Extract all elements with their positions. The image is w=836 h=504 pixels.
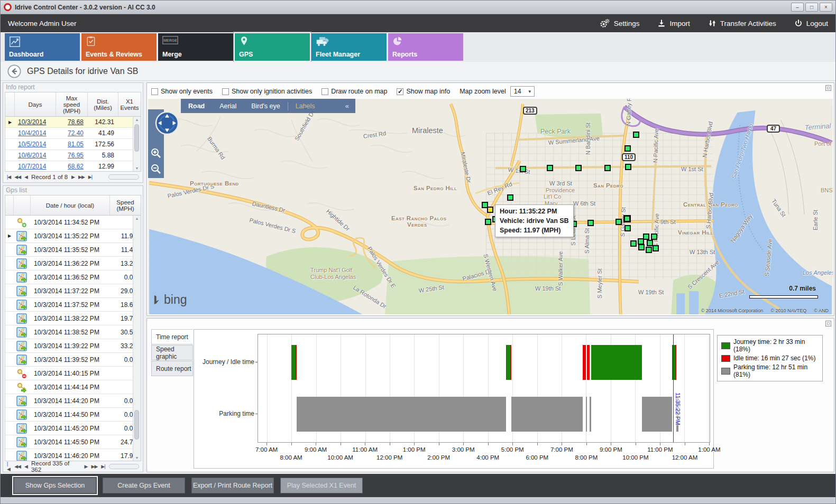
gps-row[interactable]: ▶10/3/2014 11:35:22 PM11.97 bbox=[5, 229, 141, 243]
gps-marker[interactable] bbox=[604, 165, 611, 171]
gps-row[interactable]: 10/3/2014 11:45:20 PM0.00 bbox=[5, 422, 141, 435]
timeline-plot[interactable]: 11:35:22 PM bbox=[258, 334, 710, 443]
pager-next-icon[interactable]: ▶ bbox=[71, 174, 75, 180]
pager-prev-icon[interactable]: |◀ bbox=[7, 461, 11, 472]
gps-row[interactable]: 10/3/2014 11:37:22 PM29.05 bbox=[5, 284, 141, 298]
column-header-days[interactable]: Days bbox=[15, 92, 56, 116]
column-header-datetime[interactable]: Date / hour (local) bbox=[31, 195, 110, 215]
column-header[interactable] bbox=[5, 195, 14, 215]
day-link[interactable]: 10/4/2014 bbox=[15, 129, 56, 137]
idle-bar[interactable] bbox=[296, 345, 297, 380]
map-option-checkbox[interactable]: Draw route on map bbox=[321, 88, 387, 95]
show-gps-selection-button[interactable]: Show Gps Selection bbox=[14, 478, 96, 493]
gps-row[interactable]: 10/3/2014 11:36:22 PM13.28 bbox=[5, 257, 141, 270]
info-report-scrollbar[interactable]: ▲ ▼ bbox=[133, 117, 141, 171]
journey-bar[interactable] bbox=[291, 345, 296, 380]
parking-bar[interactable] bbox=[642, 397, 672, 432]
table-row[interactable]: 10/6/201476.955.88 bbox=[5, 150, 141, 161]
play-selected-x1-event-button[interactable]: Play Selected X1 Event bbox=[280, 478, 363, 493]
max-speed-link[interactable]: 68.62 bbox=[56, 163, 88, 170]
gps-marker[interactable] bbox=[651, 234, 657, 240]
map-option-checkbox[interactable]: ✓Show map info bbox=[397, 88, 450, 95]
gps-marker[interactable] bbox=[624, 225, 631, 231]
time-cursor[interactable] bbox=[673, 334, 674, 442]
gps-marker[interactable] bbox=[623, 215, 631, 222]
day-link[interactable]: 10/5/2014 bbox=[15, 141, 56, 148]
close-button[interactable]: × bbox=[820, 3, 832, 12]
gps-list-scrollbar[interactable]: ▲ ▼ bbox=[133, 216, 141, 461]
map-style-labels[interactable]: Labels bbox=[288, 102, 323, 110]
pager-next-icon[interactable]: ▶▶ bbox=[91, 464, 97, 469]
pager-next-icon[interactable]: ▶| bbox=[101, 464, 105, 469]
gps-marker[interactable] bbox=[547, 165, 553, 171]
map-option-checkbox[interactable]: Show only ignition activities bbox=[222, 88, 312, 95]
chart-tab-time-report[interactable]: Time report bbox=[151, 329, 193, 344]
tab-gps[interactable]: GPS bbox=[235, 33, 310, 61]
gps-row[interactable]: 10/3/2014 11:45:50 PM24.75 bbox=[5, 435, 141, 449]
gps-row[interactable]: 10/3/2014 11:46:20 PM17.93 bbox=[5, 449, 141, 461]
gps-marker[interactable] bbox=[646, 247, 652, 253]
zoom-out-icon[interactable] bbox=[150, 163, 162, 175]
zoom-in-icon[interactable] bbox=[150, 147, 162, 159]
gps-marker[interactable] bbox=[485, 219, 491, 225]
pager-next-icon[interactable]: ▶| bbox=[88, 174, 92, 180]
table-row[interactable]: 10/4/201472.4041.49 bbox=[5, 128, 141, 139]
checkbox-icon[interactable] bbox=[151, 88, 158, 95]
journey-bar[interactable] bbox=[507, 345, 510, 380]
tab-merge[interactable]: MERGE Merge bbox=[158, 33, 233, 61]
max-speed-link[interactable]: 81.05 bbox=[56, 141, 88, 148]
gps-row[interactable]: 10/3/2014 11:44:50 PM0.00 bbox=[5, 408, 141, 422]
map-option-checkbox[interactable]: Show only events bbox=[151, 88, 213, 95]
import-button[interactable]: Import bbox=[657, 18, 690, 28]
pager-prev-icon[interactable]: ◀ bbox=[24, 174, 27, 180]
parking-bar[interactable] bbox=[590, 397, 591, 432]
gps-marker-selected[interactable] bbox=[487, 207, 493, 213]
gps-marker[interactable] bbox=[587, 220, 594, 226]
idle-bar[interactable] bbox=[583, 345, 585, 380]
logout-button[interactable]: Logout bbox=[794, 18, 828, 28]
gps-row[interactable]: 10/3/2014 11:37:52 PM18.63 bbox=[5, 298, 141, 312]
column-header-x1-events[interactable]: X1 Events bbox=[118, 92, 141, 116]
bing-map[interactable]: MiralesteCrest RdBurma RdSouthfield DrMi… bbox=[148, 99, 833, 314]
pager-prev-icon[interactable]: ◀ bbox=[24, 464, 27, 469]
journey-bar[interactable] bbox=[594, 345, 642, 380]
idle-bar[interactable] bbox=[510, 345, 511, 380]
column-header-max-speed[interactable]: Max speed (MPH) bbox=[56, 92, 88, 116]
pager-hscroll[interactable] bbox=[109, 464, 139, 469]
gps-marker[interactable] bbox=[615, 219, 622, 225]
gps-row[interactable]: 10/3/2014 11:36:52 PM0.00 bbox=[5, 270, 141, 284]
export-print-route-report-button[interactable]: Export / Print Route Report bbox=[191, 478, 274, 493]
pager-prev-icon[interactable]: ◀◀ bbox=[14, 464, 21, 469]
pager-prev-icon[interactable]: |◀ bbox=[7, 174, 11, 180]
max-speed-link[interactable]: 72.40 bbox=[56, 129, 88, 137]
parking-bar[interactable] bbox=[511, 397, 583, 432]
idle-bar[interactable] bbox=[587, 345, 590, 380]
title-bar[interactable]: Idrive Control Center - 3.0.2 version - … bbox=[1, 1, 835, 14]
gps-marker[interactable] bbox=[575, 165, 582, 171]
gps-marker[interactable] bbox=[638, 244, 645, 250]
gps-marker[interactable] bbox=[624, 145, 631, 152]
gps-marker[interactable] bbox=[520, 166, 526, 172]
chart-tab-route-report[interactable]: Route report bbox=[151, 361, 193, 376]
pager-next-icon[interactable]: ▶ bbox=[85, 464, 88, 469]
map-zoom-select[interactable]: 14▼ bbox=[510, 86, 535, 97]
transfer-activities-button[interactable]: Transfer Activities bbox=[708, 18, 776, 28]
gps-row[interactable]: 10/3/2014 11:44:20 PM0.00 bbox=[5, 394, 141, 408]
pager-prev-icon[interactable]: ◀◀ bbox=[14, 174, 21, 180]
gps-row[interactable]: 10/3/2014 11:38:22 PM19.70 bbox=[5, 312, 141, 325]
column-header-dist[interactable]: Dist. (Miles) bbox=[88, 92, 118, 116]
table-row[interactable]: 10/7/201468.6212.99 bbox=[5, 161, 141, 172]
gps-row[interactable]: 10/3/2014 11:35:52 PM11.47 bbox=[5, 243, 141, 257]
gps-row[interactable]: 10/3/2014 11:34:52 PM bbox=[5, 216, 141, 229]
gps-marker[interactable] bbox=[633, 132, 639, 138]
tab-events-reviews[interactable]: Events & Reviews bbox=[81, 33, 157, 61]
tab-reports[interactable]: Reports bbox=[388, 33, 463, 61]
day-link[interactable]: 10/3/2014 bbox=[15, 118, 56, 126]
max-speed-link[interactable]: 76.95 bbox=[56, 152, 88, 159]
parking-bar[interactable] bbox=[297, 397, 506, 432]
gps-marker[interactable] bbox=[653, 245, 659, 251]
map-panel-collapse-icon[interactable] bbox=[825, 85, 831, 91]
column-header-icon[interactable] bbox=[14, 195, 31, 215]
tab-dashboard[interactable]: Dashboard bbox=[5, 33, 80, 61]
table-row[interactable]: 10/5/201481.05172.56 bbox=[5, 139, 141, 150]
